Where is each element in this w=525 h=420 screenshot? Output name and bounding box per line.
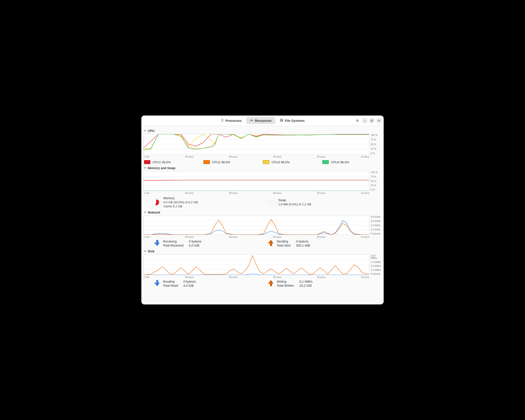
axis-tick: 75 % [371,139,382,141]
chevron-down-icon [144,129,146,133]
network-xaxis: 1 min50 secs40 secs30 secs20 secs10 secs [143,235,382,238]
legend-swatch [144,160,150,164]
window-controls [355,116,382,126]
arrow-down-icon [154,280,160,287]
axis-tick: 30 secs [273,155,281,158]
hamburger-menu-button[interactable] [355,118,360,124]
close-button[interactable] [376,118,382,124]
axis-tick: 2,0 KiB/s [371,224,382,227]
axis-tick: 25 % [371,148,382,150]
write-rate-label: Writing [277,280,294,283]
memory-yaxis: 100 %75 %50 %25 %0 % [369,171,382,191]
cpu-chart-row: 100 %75 %50 %25 %0 % [143,134,382,155]
send-total-label: Total Sent [277,244,291,247]
memory-chart [143,171,369,191]
svg-rect-2 [371,120,373,121]
memory-chart-row: 100 %75 %50 %25 %0 % [143,171,382,191]
section-title: Memory and Swap [148,166,176,170]
section-header-network[interactable]: Network [143,209,382,216]
axis-tick: 30 secs [273,276,281,279]
axis-tick: 30 secs [273,236,281,238]
axis-tick: 10 secs [361,276,369,279]
axis-tick: 0 % [371,188,382,191]
cpu-legend-item[interactable]: CPU2 98,0% [204,160,263,164]
legend-label: CPU3 98,0% [272,160,290,164]
tab-label: File Systems [285,119,305,122]
axis-tick: 100 % [371,134,382,136]
swap-pie-icon [267,198,275,206]
cpu-xaxis: 1 min50 secs40 secs30 secs20 secs10 secs [143,155,382,158]
minimize-button[interactable] [362,118,367,124]
section-title: CPU [148,129,155,133]
cpu-legend-item[interactable]: CPU3 98,0% [263,160,322,164]
tab-resources[interactable]: Resources [246,117,275,124]
disk-yaxis: 10,0 MiB/s7,5 MiB/s5,0 MiB/s2,5 MiB/s0 b… [369,254,382,275]
cpu-legend-item[interactable]: CPU1 99,0% [144,160,204,164]
resources-content: CPU 100 %75 %50 %25 %0 % 1 min50 secs40 … [141,126,384,304]
axis-tick: 40 secs [229,236,238,238]
svg-rect-0 [280,119,283,121]
axis-tick: 20 secs [317,236,325,238]
read-rate-label: Reading [163,280,178,283]
section-header-disk[interactable]: Disk [143,248,382,254]
memory-legend-mem: Memory 4,5 GB (55,0%) of 8,2 GB Cache 5,… [152,196,267,208]
axis-tick: 20 secs [317,192,325,194]
axis-tick: 50 % [371,180,382,182]
memory-legend: Memory 4,5 GB (55,0%) of 8,2 GB Cache 5,… [143,194,382,209]
legend-label: CPU4 98,0% [331,160,349,164]
disk-reading: Reading 0 bytes/s Total Read 4,4 GiB [154,280,268,287]
axis-tick: 50 secs [185,276,194,279]
send-rate-value: 0 bytes/s [296,240,310,243]
cpu-legend-item[interactable]: CPU4 98,0% [322,160,382,164]
axis-tick: 40 secs [229,276,238,279]
axis-tick: 50 secs [185,236,194,238]
recv-rate-value: 0 bytes/s [189,240,201,243]
axis-tick: 100 % [371,171,382,174]
chevron-down-icon [144,211,146,214]
axis-tick: 0 % [371,152,382,155]
disk-xaxis: 1 min50 secs40 secs30 secs20 secs10 secs [143,275,382,279]
read-total-label: Total Read [163,284,178,287]
section-header-cpu[interactable]: CPU [143,127,382,134]
recv-total-label: Total Received [163,244,184,247]
disk-legend: Reading 0 bytes/s Total Read 4,4 GiB Wri… [143,279,382,288]
network-yaxis: 4,0 KiB/s3,0 KiB/s2,0 KiB/s1,0 KiB/s0 by… [369,216,382,235]
axis-tick: 10 secs [361,155,369,158]
network-chart-row: 4,0 KiB/s3,0 KiB/s2,0 KiB/s1,0 KiB/s0 by… [143,216,382,235]
cpu-legend: CPU1 99,0%CPU2 98,0%CPU3 98,0%CPU4 98,0% [143,158,382,164]
axis-tick: 30 secs [273,192,281,194]
network-sending: Sending 0 bytes/s Total Sent 350,1 MiB [268,240,382,247]
axis-tick: 1 min [144,276,150,279]
system-monitor-window: Processes Resources File Systems [141,116,384,304]
axis-tick: 75 % [371,176,382,178]
arrow-up-icon [268,280,274,287]
arrow-down-icon [154,240,160,247]
tab-label: Processes [225,119,242,122]
axis-tick: 10 secs [361,192,369,194]
axis-tick: 1 min [144,155,150,158]
read-total-value: 4,4 GiB [183,284,196,287]
chevron-down-icon [144,166,146,170]
write-rate-value: 6,1 MiB/s [300,280,312,283]
axis-tick: 40 secs [229,192,238,194]
section-title: Disk [148,250,155,253]
tab-filesystems[interactable]: File Systems [276,117,309,124]
tab-processes[interactable]: Processes [217,117,245,124]
chevron-down-icon [144,250,146,253]
axis-tick: 50 % [371,143,382,146]
axis-tick: 1 min [144,236,150,238]
maximize-button[interactable] [369,118,375,124]
send-total-value: 350,1 MiB [296,244,310,247]
axis-tick: 1 min [144,192,150,194]
section-header-memory[interactable]: Memory and Swap [143,164,382,171]
write-total-value: 25,2 GiB [300,284,312,287]
arrow-up-icon [268,240,274,247]
memory-label: Memory [163,196,198,200]
axis-tick: 50 secs [185,155,194,158]
header-bar: Processes Resources File Systems [141,116,384,126]
disk-chart-row: 10,0 MiB/s7,5 MiB/s5,0 MiB/s2,5 MiB/s0 b… [143,254,382,275]
legend-swatch [322,160,329,164]
memory-legend-swap: Swap 1,0 MB (0,0%) of 2,1 GB [267,196,382,208]
axis-tick: 50 secs [185,192,194,194]
memory-cache-text: Cache 5,1 GB [163,204,198,208]
